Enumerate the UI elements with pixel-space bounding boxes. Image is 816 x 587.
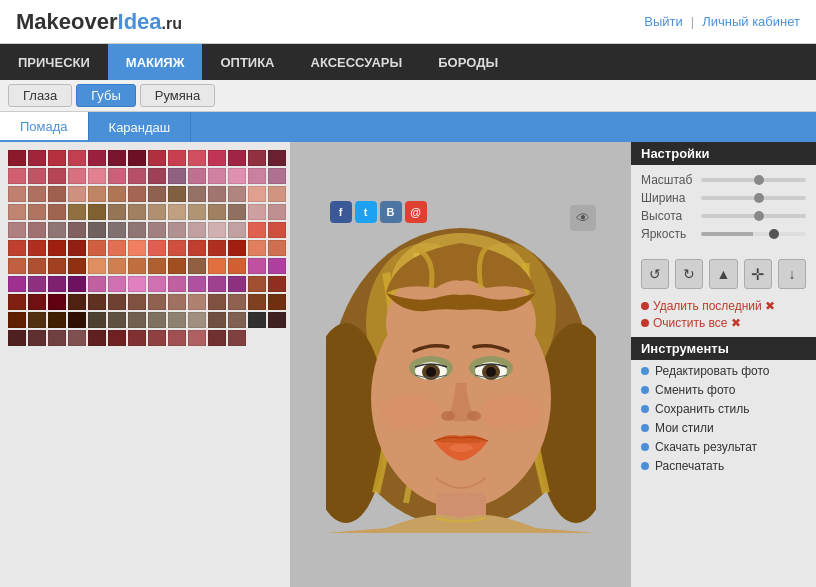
color-swatch-28[interactable] [8,186,26,202]
redo-button[interactable]: ↻ [675,259,703,289]
top-nav-item-makeup[interactable]: МАКИЯЖ [108,44,203,80]
color-swatch-55[interactable] [268,204,286,220]
color-swatch-44[interactable] [48,204,66,220]
color-swatch-48[interactable] [128,204,146,220]
color-swatch-9[interactable] [188,150,206,166]
color-swatch-83[interactable] [268,240,286,256]
color-swatch-130[interactable] [88,312,106,328]
color-swatch-35[interactable] [148,186,166,202]
color-swatch-132[interactable] [128,312,146,328]
color-swatch-68[interactable] [248,222,266,238]
color-swatch-40[interactable] [248,186,266,202]
tab-lipstick[interactable]: Помада [0,112,89,142]
color-swatch-148[interactable] [168,330,186,346]
color-swatch-46[interactable] [88,204,106,220]
color-swatch-74[interactable] [88,240,106,256]
color-swatch-18[interactable] [88,168,106,184]
color-swatch-101[interactable] [68,276,86,292]
color-swatch-53[interactable] [228,204,246,220]
color-swatch-59[interactable] [68,222,86,238]
color-swatch-145[interactable] [108,330,126,346]
color-swatch-6[interactable] [128,150,146,166]
delete-last-link[interactable]: Удалить последний ✖ [641,299,806,313]
sub-nav-btn-lips[interactable]: Губы [76,84,136,107]
color-swatch-7[interactable] [148,150,166,166]
color-swatch-15[interactable] [28,168,46,184]
color-swatch-137[interactable] [228,312,246,328]
color-swatch-141[interactable] [28,330,46,346]
color-swatch-87[interactable] [68,258,86,274]
color-swatch-90[interactable] [128,258,146,274]
color-swatch-82[interactable] [248,240,266,256]
shirina-slider[interactable] [701,196,806,200]
color-swatch-47[interactable] [108,204,126,220]
color-swatch-25[interactable] [228,168,246,184]
vysota-slider[interactable] [701,214,806,218]
color-swatch-106[interactable] [168,276,186,292]
color-swatch-122[interactable] [208,294,226,310]
color-swatch-125[interactable] [268,294,286,310]
instrument-my-styles[interactable]: Мои стили [641,421,806,435]
color-swatch-57[interactable] [28,222,46,238]
color-swatch-20[interactable] [128,168,146,184]
color-swatch-45[interactable] [68,204,86,220]
color-swatch-10[interactable] [208,150,226,166]
color-swatch-33[interactable] [108,186,126,202]
color-swatch-16[interactable] [48,168,66,184]
sub-nav-btn-blush[interactable]: Румяна [140,84,215,107]
clear-all-link[interactable]: Очистить все ✖ [641,316,806,330]
color-swatch-66[interactable] [208,222,226,238]
color-swatch-4[interactable] [88,150,106,166]
color-swatch-94[interactable] [208,258,226,274]
color-swatch-73[interactable] [68,240,86,256]
color-swatch-95[interactable] [228,258,246,274]
tab-pencil[interactable]: Карандаш [89,112,192,142]
color-swatch-86[interactable] [48,258,66,274]
color-swatch-81[interactable] [228,240,246,256]
color-swatch-146[interactable] [128,330,146,346]
color-swatch-98[interactable] [8,276,26,292]
top-nav-item-hairstyles[interactable]: ПРИЧЕСКИ [0,44,108,80]
color-swatch-114[interactable] [48,294,66,310]
color-swatch-138[interactable] [248,312,266,328]
color-swatch-2[interactable] [48,150,66,166]
color-swatch-84[interactable] [8,258,26,274]
color-swatch-118[interactable] [128,294,146,310]
color-swatch-76[interactable] [128,240,146,256]
color-swatch-23[interactable] [188,168,206,184]
color-swatch-126[interactable] [8,312,26,328]
color-swatch-37[interactable] [188,186,206,202]
color-swatch-133[interactable] [148,312,166,328]
color-swatch-117[interactable] [108,294,126,310]
color-swatch-43[interactable] [28,204,46,220]
color-swatch-70[interactable] [8,240,26,256]
color-swatch-144[interactable] [88,330,106,346]
color-swatch-34[interactable] [128,186,146,202]
color-swatch-63[interactable] [148,222,166,238]
color-swatch-1[interactable] [28,150,46,166]
color-swatch-119[interactable] [148,294,166,310]
color-swatch-14[interactable] [8,168,26,184]
color-swatch-147[interactable] [148,330,166,346]
color-swatch-22[interactable] [168,168,186,184]
color-swatch-30[interactable] [48,186,66,202]
color-swatch-105[interactable] [148,276,166,292]
color-swatch-143[interactable] [68,330,86,346]
color-swatch-67[interactable] [228,222,246,238]
color-swatch-109[interactable] [228,276,246,292]
color-swatch-13[interactable] [268,150,286,166]
yarkost-slider[interactable] [701,232,806,236]
color-swatch-72[interactable] [48,240,66,256]
color-swatch-149[interactable] [188,330,206,346]
color-swatch-26[interactable] [248,168,266,184]
color-swatch-50[interactable] [168,204,186,220]
color-swatch-71[interactable] [28,240,46,256]
color-swatch-85[interactable] [28,258,46,274]
color-swatch-3[interactable] [68,150,86,166]
color-swatch-29[interactable] [28,186,46,202]
sub-nav-btn-eyes[interactable]: Глаза [8,84,72,107]
color-swatch-52[interactable] [208,204,226,220]
color-swatch-24[interactable] [208,168,226,184]
color-swatch-134[interactable] [168,312,186,328]
top-nav-item-beards[interactable]: БОРОДЫ [420,44,516,80]
